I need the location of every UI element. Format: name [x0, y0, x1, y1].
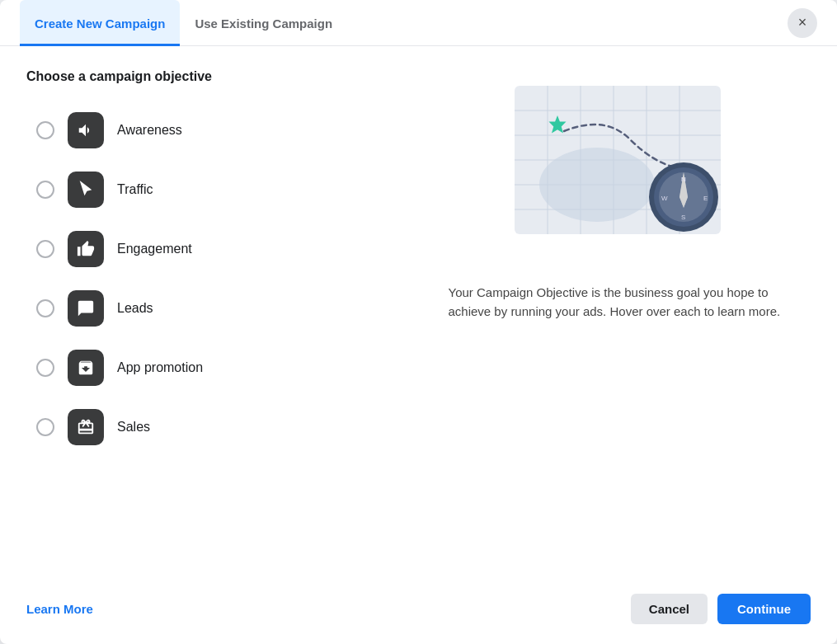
megaphone-icon [77, 121, 95, 139]
learn-more-link[interactable]: Learn More [26, 602, 93, 616]
engagement-label: Engagement [117, 242, 192, 256]
sales-icon-box [68, 409, 104, 445]
awareness-icon-box [68, 112, 104, 148]
radio-engagement[interactable] [36, 240, 54, 258]
modal-body: Choose a campaign objective Awareness [0, 46, 837, 574]
continue-button[interactable]: Continue [717, 594, 811, 624]
radio-sales[interactable] [36, 418, 54, 436]
cancel-button[interactable]: Cancel [631, 594, 708, 624]
objective-item-app-promotion[interactable]: App promotion [26, 341, 406, 394]
svg-text:N: N [681, 176, 686, 183]
svg-point-11 [539, 148, 655, 222]
objective-list: Awareness Traffic [26, 104, 406, 454]
svg-text:E: E [703, 195, 708, 202]
tab-use-existing[interactable]: Use Existing Campaign [180, 0, 347, 46]
objective-item-engagement[interactable]: Engagement [26, 223, 406, 275]
radio-traffic[interactable] [36, 181, 54, 199]
radio-leads[interactable] [36, 299, 54, 317]
right-column: N E S W Your Campaign Objective is the b… [406, 69, 811, 574]
traffic-icon-box [68, 172, 104, 208]
app-promotion-icon-box [68, 350, 104, 386]
left-column: Choose a campaign objective Awareness [26, 69, 406, 574]
objective-item-sales[interactable]: Sales [26, 401, 406, 454]
sales-label: Sales [117, 420, 150, 435]
svg-text:W: W [661, 195, 668, 202]
section-title: Choose a campaign objective [26, 69, 406, 84]
modal-footer: Learn More Cancel Continue [0, 574, 837, 644]
radio-app-promotion[interactable] [36, 359, 54, 377]
campaign-illustration: N E S W [490, 69, 754, 267]
objective-item-leads[interactable]: Leads [26, 282, 406, 335]
svg-text:S: S [681, 214, 685, 221]
tab-create-new[interactable]: Create New Campaign [20, 0, 180, 46]
close-button[interactable]: × [788, 8, 817, 38]
traffic-label: Traffic [117, 182, 153, 197]
thumbsup-icon [77, 240, 95, 258]
objective-description: Your Campaign Objective is the business … [449, 284, 795, 321]
briefcase-icon [77, 418, 95, 436]
modal-create-campaign: Create New Campaign Use Existing Campaig… [0, 0, 837, 644]
objective-item-awareness[interactable]: Awareness [26, 104, 406, 157]
box-icon [77, 359, 95, 377]
engagement-icon-box [68, 231, 104, 267]
app-promotion-label: App promotion [117, 360, 203, 375]
footer-actions: Cancel Continue [631, 594, 811, 624]
awareness-label: Awareness [117, 123, 182, 138]
chat-icon [77, 299, 95, 317]
radio-awareness[interactable] [36, 121, 54, 139]
objective-item-traffic[interactable]: Traffic [26, 163, 406, 216]
cursor-icon [77, 181, 95, 199]
modal-header: Create New Campaign Use Existing Campaig… [0, 0, 837, 46]
leads-icon-box [68, 290, 104, 327]
leads-label: Leads [117, 301, 153, 316]
